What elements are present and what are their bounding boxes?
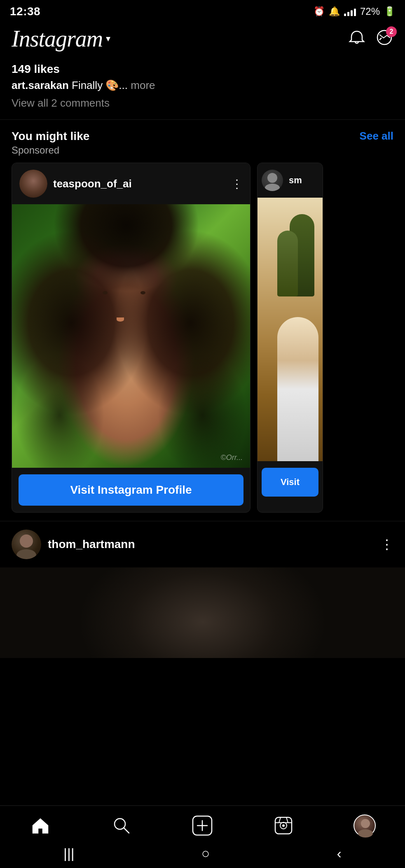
bottom-navigation: ||| ○ ‹	[0, 805, 405, 868]
next-post-image	[0, 567, 405, 658]
suggested-cards-row: teaspoon_of_ai ⋮ ©Orr...	[12, 163, 393, 513]
card-1-avatar	[19, 170, 47, 198]
svg-point-17	[358, 829, 373, 838]
system-menu-button[interactable]: |||	[63, 845, 75, 861]
next-post-avatar	[12, 530, 41, 559]
nav-profile-button[interactable]	[348, 813, 381, 838]
app-title-row[interactable]: Instagram ▾	[12, 26, 110, 52]
messenger-button[interactable]: 2	[375, 29, 393, 49]
caption-more-link[interactable]: more	[131, 79, 155, 91]
post-footer: 149 likes art.sarakan Finally 🎨... more …	[0, 58, 405, 120]
post-caption: art.sarakan Finally 🎨... more	[12, 79, 393, 92]
caption-username[interactable]: art.sarakan	[12, 79, 69, 91]
suggested-card-2: sm Visit	[257, 163, 323, 513]
card-2-avatar	[262, 170, 283, 191]
battery-icon: 🔋	[384, 6, 395, 17]
see-all-button[interactable]: See all	[360, 130, 393, 142]
card-2-image	[258, 198, 323, 461]
nav-search-button[interactable]	[105, 813, 138, 838]
recommended-title-left: You might like	[12, 130, 89, 143]
card-1-username: teaspoon_of_ai	[53, 177, 132, 190]
svg-point-16	[361, 819, 370, 828]
header-icons: 2	[348, 29, 393, 49]
tree-shape-2	[277, 231, 298, 296]
card-1-image: ©Orr...	[12, 204, 250, 468]
card-2-user-info[interactable]: sm	[262, 170, 302, 191]
preview-bg	[0, 567, 405, 658]
likes-count: 149 likes	[12, 63, 393, 76]
app-header: Instagram ▾ 2	[0, 21, 405, 58]
recommended-section: You might like See all Sponsored teaspoo…	[0, 120, 405, 521]
recommended-header: You might like See all	[12, 130, 393, 143]
caption-text: Finally 🎨...	[72, 79, 128, 91]
suggested-card-1: teaspoon_of_ai ⋮ ©Orr...	[12, 163, 250, 513]
status-time: 12:38	[10, 5, 40, 18]
signal-bars	[344, 7, 356, 16]
svg-line-6	[124, 828, 129, 833]
card-2-header: sm	[258, 163, 323, 198]
card-1-header: teaspoon_of_ai ⋮	[12, 163, 250, 204]
nav-home-button[interactable]	[24, 813, 57, 838]
svg-line-14	[279, 817, 281, 823]
next-post-section: thom_hartmann ⋮	[0, 521, 405, 658]
next-post-more-button[interactable]: ⋮	[380, 537, 393, 552]
svg-point-4	[16, 549, 36, 559]
recommended-title: You might like	[12, 130, 89, 143]
status-right-icons: ⏰ 🔔 72% 🔋	[314, 6, 395, 17]
alarm-icon: ⏰	[314, 6, 325, 17]
system-nav-row: ||| ○ ‹	[0, 842, 405, 868]
svg-point-2	[265, 184, 280, 191]
nav-profile-avatar	[353, 814, 376, 837]
next-post-user-left[interactable]: thom_hartmann	[12, 530, 135, 559]
nav-reels-button[interactable]	[267, 813, 300, 838]
notification-icon: 🔔	[329, 6, 340, 17]
system-back-button[interactable]: ‹	[337, 845, 342, 861]
card-2-username: sm	[289, 175, 302, 186]
chevron-down-icon[interactable]: ▾	[106, 33, 110, 44]
system-home-button[interactable]: ○	[201, 845, 210, 861]
messenger-badge: 2	[386, 26, 397, 37]
image-watermark: ©Orr...	[220, 453, 243, 462]
svg-line-15	[286, 817, 288, 823]
svg-point-1	[267, 173, 277, 183]
person-shape	[277, 317, 318, 461]
svg-point-3	[20, 534, 33, 548]
svg-point-12	[282, 824, 285, 827]
sponsored-label: Sponsored	[12, 145, 393, 156]
card-2-visit-button[interactable]: Visit	[262, 468, 318, 497]
battery-percent: 72%	[360, 6, 380, 17]
card-1-visit-button[interactable]: Visit Instagram Profile	[19, 474, 243, 506]
app-logo: Instagram	[12, 26, 103, 52]
status-bar: 12:38 ⏰ 🔔 72% 🔋	[0, 0, 405, 21]
notifications-button[interactable]	[348, 30, 365, 47]
next-post-header: thom_hartmann ⋮	[0, 521, 405, 567]
view-comments-button[interactable]: View all 2 comments	[12, 97, 393, 110]
nav-add-button[interactable]	[186, 813, 219, 838]
nav-icons-row	[0, 806, 405, 842]
card-1-more-button[interactable]: ⋮	[231, 177, 243, 191]
next-post-username: thom_hartmann	[48, 538, 135, 551]
card-1-user-info[interactable]: teaspoon_of_ai	[19, 170, 132, 198]
